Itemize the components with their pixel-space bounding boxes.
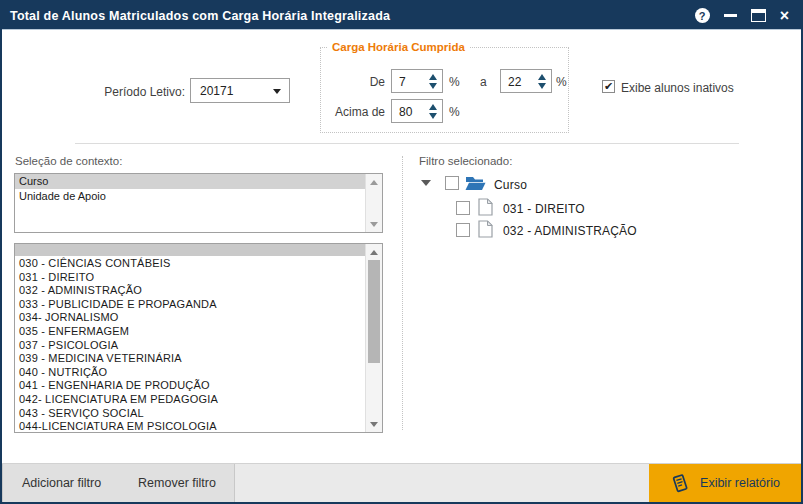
title-bar: Total de Alunos Matriculados com Carga H… <box>2 2 801 30</box>
report-label: Exibir relatório <box>700 476 780 490</box>
file-icon <box>478 198 493 220</box>
spin-up-icon[interactable] <box>429 102 437 111</box>
a-spin-buttons <box>536 72 548 90</box>
de-value[interactable]: 7 <box>399 75 406 89</box>
close-icon[interactable]: × <box>780 9 789 22</box>
minimize-icon[interactable] <box>724 14 737 17</box>
list-item[interactable]: 035 - ENFERMAGEM <box>15 325 365 339</box>
tree-root-checkbox[interactable] <box>445 176 459 190</box>
list-item[interactable]: Unidade de Apoio <box>15 189 365 204</box>
carga-horaria-legend: Carga Horária Cumprida <box>327 41 470 53</box>
tree-child-checkbox[interactable] <box>456 201 470 215</box>
a-spinner[interactable]: 22 <box>500 69 552 93</box>
list-item[interactable]: 030 - CIÊNCIAS CONTÁBEIS <box>15 257 365 271</box>
acima-de-label: Acima de <box>329 105 385 119</box>
exibe-inativos-label: Exibe alunos inativos <box>621 81 734 95</box>
a-percent-label: % <box>556 75 567 89</box>
selecao-contexto-label: Seleção de contexto: <box>15 155 122 167</box>
tree-child-label[interactable]: 031 - DIREITO <box>503 202 585 216</box>
tree-child-label[interactable]: 032 - ADMINISTRAÇÃO <box>503 224 637 238</box>
horizontal-divider <box>75 143 739 144</box>
list-item[interactable]: 032 - ADMINISTRAÇÃO <box>15 284 365 298</box>
footer-bar: Adicionar filtro Remover filtro Exibir r… <box>2 463 801 502</box>
scrollbar-thumb[interactable] <box>368 260 380 363</box>
periodo-letivo-label: Período Letivo: <box>97 85 185 99</box>
list-item[interactable]: 040 - NUTRIÇÃO <box>15 366 365 380</box>
dialog-window: Total de Alunos Matriculados com Carga H… <box>0 0 803 504</box>
spin-down-icon[interactable] <box>429 111 437 120</box>
list-item[interactable]: 034- JORNALISMO <box>15 311 365 325</box>
courses-items: 030 - CIÊNCIAS CONTÁBEIS 031 - DIREITO 0… <box>15 244 365 432</box>
scroll-up-icon[interactable] <box>366 245 382 259</box>
acima-spin-buttons <box>427 102 439 120</box>
list-item[interactable]: Curso <box>15 174 365 189</box>
list-item[interactable]: 037 - PSICOLOGIA <box>15 339 365 353</box>
acima-de-spinner[interactable]: 80 <box>391 99 443 123</box>
de-label: De <box>352 75 385 89</box>
adicionar-filtro-button[interactable]: Adicionar filtro <box>2 464 121 502</box>
vertical-divider <box>402 156 403 430</box>
folder-open-icon <box>465 175 486 196</box>
chevron-down-icon <box>273 89 281 94</box>
spin-up-icon[interactable] <box>538 72 546 81</box>
tree-collapse-icon[interactable] <box>421 180 431 186</box>
tree-root-label[interactable]: Curso <box>494 178 527 192</box>
contexto-scrollbar[interactable] <box>365 174 382 232</box>
list-item[interactable]: 042- LICENCIATURA EM PEDAGOGIA <box>15 393 365 407</box>
titlebar-controls: ? × <box>695 8 801 23</box>
de-spinner[interactable]: 7 <box>391 69 443 93</box>
list-item[interactable]: 039 - MEDICINA VETERINÁRIA <box>15 352 365 366</box>
scroll-down-icon[interactable] <box>366 217 382 231</box>
list-item[interactable]: 044-LICENCIATURA EM PSICOLOGIA <box>15 420 365 432</box>
spin-down-icon[interactable] <box>429 81 437 90</box>
scroll-up-icon[interactable] <box>366 175 382 189</box>
contexto-items: Curso Unidade de Apoio <box>15 174 365 232</box>
list-item[interactable]: 041 - ENGENHARIA DE PRODUÇÃO <box>15 379 365 393</box>
list-item-selected-empty[interactable] <box>15 244 365 256</box>
a-label: a <box>480 75 487 89</box>
exibir-relatorio-button[interactable]: Exibir relatório <box>649 464 801 502</box>
a-value[interactable]: 22 <box>508 75 521 89</box>
scroll-down-icon[interactable] <box>366 417 382 431</box>
exibe-inativos-checkbox[interactable]: ✔ <box>602 80 615 93</box>
periodo-letivo-select[interactable]: 20171 <box>190 78 290 103</box>
filtro-selecionado-label: Filtro selecionado: <box>419 155 512 167</box>
periodo-letivo-value: 20171 <box>200 84 233 98</box>
report-icon <box>670 474 690 493</box>
list-item[interactable]: 033 - PUBLICIDADE E PROPAGANDA <box>15 298 365 312</box>
file-icon <box>478 220 493 242</box>
acima-percent-label: % <box>449 105 460 119</box>
acima-de-value[interactable]: 80 <box>399 105 412 119</box>
tree-child-checkbox[interactable] <box>456 223 470 237</box>
maximize-icon[interactable] <box>751 9 766 22</box>
courses-scrollbar[interactable] <box>365 244 382 432</box>
courses-listbox[interactable]: 030 - CIÊNCIAS CONTÁBEIS 031 - DIREITO 0… <box>14 243 383 433</box>
contexto-listbox[interactable]: Curso Unidade de Apoio <box>14 173 383 233</box>
list-item[interactable]: 031 - DIREITO <box>15 271 365 285</box>
window-title: Total de Alunos Matriculados com Carga H… <box>2 9 390 23</box>
spin-down-icon[interactable] <box>538 81 546 90</box>
spin-up-icon[interactable] <box>429 72 437 81</box>
list-item[interactable]: 043 - SERVIÇO SOCIAL <box>15 407 365 421</box>
help-icon[interactable]: ? <box>695 8 710 23</box>
remover-filtro-button[interactable]: Remover filtro <box>120 464 235 502</box>
de-percent-label: % <box>449 75 460 89</box>
de-spin-buttons <box>427 72 439 90</box>
